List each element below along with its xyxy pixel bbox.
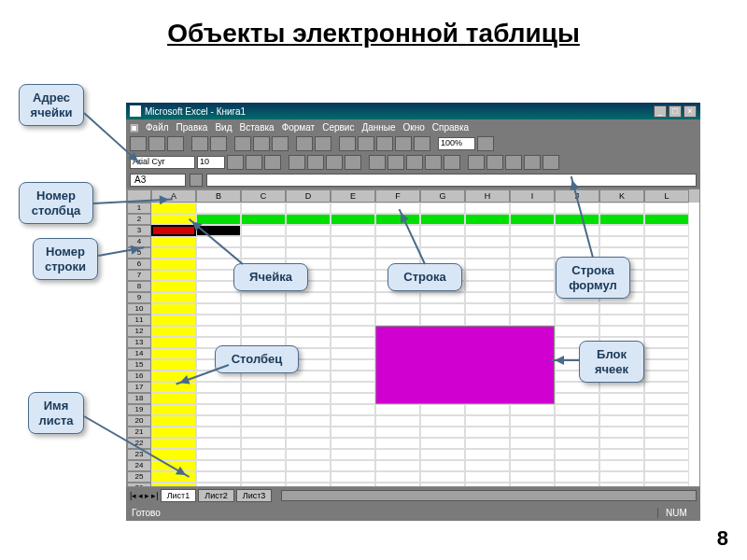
cell-J17[interactable] — [555, 382, 599, 393]
cell-I25[interactable] — [510, 471, 555, 483]
cell-I7[interactable] — [510, 270, 555, 281]
cell-E2[interactable] — [331, 214, 375, 225]
cell-C20[interactable] — [241, 415, 286, 427]
cell-E25[interactable] — [331, 471, 375, 483]
save-button[interactable] — [167, 136, 184, 151]
cell-L23[interactable] — [644, 449, 689, 460]
dec-dec-button[interactable] — [444, 155, 460, 170]
cell-L25[interactable] — [644, 471, 689, 483]
cell-B10[interactable] — [196, 303, 241, 315]
paste-button[interactable] — [272, 136, 289, 151]
cell-E21[interactable] — [331, 427, 375, 438]
cell-F5[interactable] — [375, 247, 420, 259]
cell-C18[interactable] — [241, 393, 286, 404]
cell-C11[interactable] — [241, 315, 286, 326]
cell-H2[interactable] — [465, 214, 510, 225]
cell-K22[interactable] — [599, 438, 644, 449]
cell-F11[interactable] — [375, 315, 420, 326]
cell-A15[interactable] — [151, 359, 196, 371]
menu-tools[interactable]: Сервис — [322, 122, 354, 133]
row-header-11[interactable]: 11 — [127, 315, 151, 326]
nav-next-icon[interactable]: ▸ — [145, 491, 149, 500]
horizontal-scrollbar[interactable] — [281, 490, 697, 501]
cell-F19[interactable] — [375, 404, 420, 415]
cell-I4[interactable] — [510, 236, 555, 247]
redo-button[interactable] — [315, 136, 331, 151]
cell-E17[interactable] — [331, 382, 375, 393]
cell-J22[interactable] — [555, 438, 599, 449]
cell-J19[interactable] — [555, 404, 599, 415]
cell-L24[interactable] — [644, 460, 689, 471]
cell-L6[interactable] — [644, 259, 689, 270]
cell-H19[interactable] — [465, 404, 510, 415]
cell-E20[interactable] — [331, 415, 375, 427]
cell-I11[interactable] — [510, 315, 555, 326]
cell-H8[interactable] — [465, 281, 510, 292]
cell-I9[interactable] — [510, 292, 555, 303]
cell-K20[interactable] — [599, 415, 644, 427]
cell-D4[interactable] — [286, 236, 331, 247]
cell-H6[interactable] — [465, 259, 510, 270]
fx-button[interactable] — [358, 136, 374, 151]
cell-A8[interactable] — [151, 281, 196, 292]
cell-E7[interactable] — [331, 270, 375, 281]
cell-A6[interactable] — [151, 259, 196, 270]
row-header-15[interactable]: 15 — [127, 359, 151, 371]
row-header-6[interactable]: 6 — [127, 259, 151, 270]
cell-A12[interactable] — [151, 326, 196, 337]
cell-I23[interactable] — [510, 449, 555, 460]
cell-K11[interactable] — [599, 315, 644, 326]
cell-F25[interactable] — [375, 471, 420, 483]
cell-J4[interactable] — [555, 236, 599, 247]
column-header-G[interactable]: G — [420, 189, 465, 203]
cell-H25[interactable] — [465, 471, 510, 483]
cell-K12[interactable] — [599, 326, 644, 337]
cell-E19[interactable] — [331, 404, 375, 415]
cell-D24[interactable] — [286, 460, 331, 471]
cell-J18[interactable] — [555, 393, 599, 404]
row-header-24[interactable]: 24 — [127, 460, 151, 471]
cell-B18[interactable] — [196, 393, 241, 404]
cell-F24[interactable] — [375, 460, 420, 471]
cell-A11[interactable] — [151, 315, 196, 326]
cell-L2[interactable] — [644, 214, 689, 225]
cell-H11[interactable] — [465, 315, 510, 326]
cell-A20[interactable] — [151, 415, 196, 427]
cell-E26[interactable] — [331, 483, 375, 487]
cell-I3[interactable] — [510, 225, 555, 236]
cell-L13[interactable] — [644, 337, 689, 348]
cell-B11[interactable] — [196, 315, 241, 326]
cell-F22[interactable] — [375, 438, 420, 449]
cell-A9[interactable] — [151, 292, 196, 303]
cell-E5[interactable] — [331, 247, 375, 259]
column-header-C[interactable]: C — [241, 189, 286, 203]
cell-A24[interactable] — [151, 460, 196, 471]
dec-inc-button[interactable] — [425, 155, 442, 170]
cell-E1[interactable] — [331, 203, 375, 214]
cell-C3[interactable] — [241, 225, 286, 236]
cell-L21[interactable] — [644, 427, 689, 438]
cell-J3[interactable] — [555, 225, 599, 236]
maximize-button[interactable]: □ — [669, 105, 682, 118]
cell-L14[interactable] — [644, 348, 689, 359]
comma-button[interactable] — [406, 155, 423, 170]
cell-C10[interactable] — [241, 303, 286, 315]
cell-C5[interactable] — [241, 247, 286, 259]
cell-I10[interactable] — [510, 303, 555, 315]
sheet-tab-1[interactable]: Лист1 — [161, 489, 197, 502]
cell-L7[interactable] — [644, 270, 689, 281]
cell-D5[interactable] — [286, 247, 331, 259]
cell-K18[interactable] — [599, 393, 644, 404]
row-header-16[interactable]: 16 — [127, 371, 151, 382]
nav-first-icon[interactable]: |◂ — [130, 491, 136, 500]
cell-L15[interactable] — [644, 359, 689, 371]
cell-E22[interactable] — [331, 438, 375, 449]
cell-C19[interactable] — [241, 404, 286, 415]
cell-A19[interactable] — [151, 404, 196, 415]
cell-G1[interactable] — [420, 203, 465, 214]
cell-K24[interactable] — [599, 460, 644, 471]
row-header-17[interactable]: 17 — [127, 382, 151, 393]
row-header-13[interactable]: 13 — [127, 337, 151, 348]
menu-help[interactable]: Справка — [432, 122, 469, 133]
cell-J26[interactable] — [555, 483, 599, 487]
